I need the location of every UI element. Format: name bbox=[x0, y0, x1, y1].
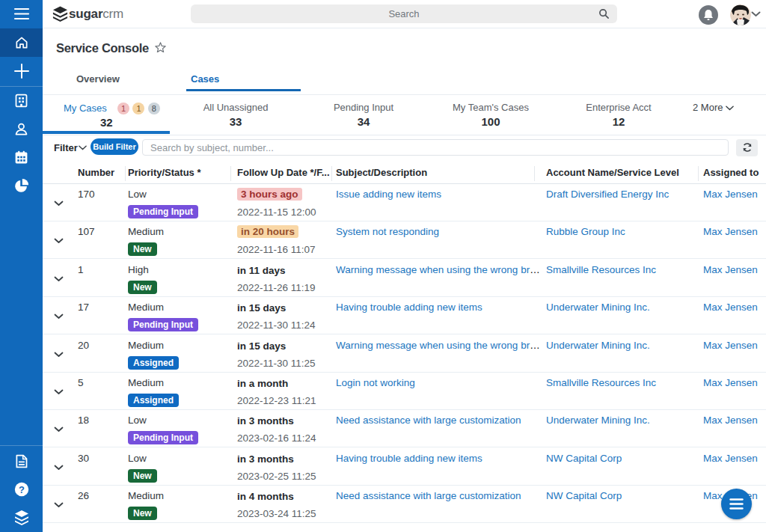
svg-text:?: ? bbox=[19, 484, 25, 495]
